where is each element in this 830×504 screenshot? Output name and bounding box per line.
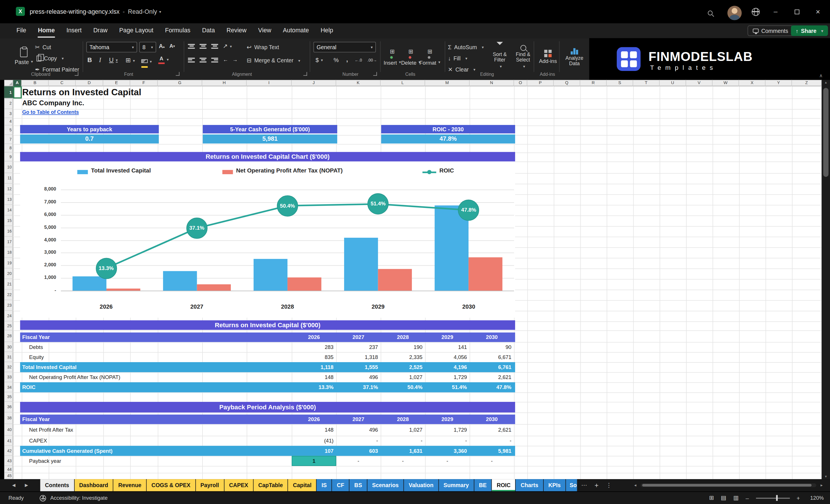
fill-button[interactable]: ↓Fill	[448, 54, 467, 63]
minimize-button[interactable]: –	[768, 0, 784, 23]
payback-year-cell[interactable]: 1	[292, 456, 336, 466]
row-header-3[interactable]: 3	[4, 109, 13, 118]
cell-value[interactable]: 141	[430, 342, 467, 352]
cell-value[interactable]: 90	[474, 342, 511, 352]
year-column-2028[interactable]: 2028	[381, 333, 425, 342]
cell-value[interactable]: 148	[296, 424, 334, 436]
align-middle-icon[interactable]	[200, 44, 206, 50]
row-header-38[interactable]: 38	[4, 412, 13, 424]
cut-button[interactable]: ✂Cut	[35, 42, 51, 52]
cell-value[interactable]: 51.4%	[430, 382, 467, 392]
clipboard-dialog-launcher[interactable]	[75, 72, 78, 76]
font-size-combo[interactable]: 8	[139, 42, 156, 52]
row-header-44[interactable]: 44	[4, 466, 13, 473]
cell-value[interactable]: 6,671	[474, 352, 511, 362]
year-column-2029[interactable]: 2029	[425, 333, 469, 342]
column-header-Y[interactable]: Y	[766, 80, 792, 86]
vertical-scrollbar[interactable]: ▴ ▾	[822, 80, 830, 479]
number-dialog-launcher[interactable]	[373, 72, 377, 76]
table-of-contents-link[interactable]: Go to Table of Contents	[22, 109, 79, 115]
menu-tab-help[interactable]: Help	[315, 23, 339, 38]
row-header-23[interactable]: 23	[4, 300, 13, 311]
column-header-H[interactable]: H	[202, 80, 247, 86]
cell-value[interactable]: 3,360	[430, 446, 467, 456]
row-header-28[interactable]: 28	[4, 330, 13, 342]
row-header-20[interactable]: 20	[4, 268, 13, 279]
cell-value[interactable]: 1,318	[341, 352, 378, 362]
font-color-button[interactable]: A	[158, 56, 169, 64]
column-header-T[interactable]: T	[633, 80, 660, 86]
font-name-combo[interactable]: Tahoma	[86, 42, 137, 52]
zoom-out-button[interactable]: –	[746, 495, 749, 501]
increase-decimal-button[interactable]: ←.0	[355, 58, 362, 63]
cell-value[interactable]: 283	[296, 342, 334, 352]
year-column-2026[interactable]: 2026	[292, 333, 336, 342]
cell-value[interactable]: 190	[386, 342, 423, 352]
year-column-2027[interactable]: 2027	[336, 414, 380, 424]
column-header-P[interactable]: P	[528, 80, 554, 86]
search-icon[interactable]	[708, 8, 713, 18]
sheet-tab-summary[interactable]: Summary	[439, 479, 474, 492]
zoom-level[interactable]: 120%	[807, 495, 824, 501]
table-row-net-profit-after-tax[interactable]: Net Profit After Tax1484961,0271,7292,62…	[20, 424, 515, 436]
cell-value[interactable]: 1,555	[341, 362, 378, 372]
horizontal-scrollbar[interactable]: ◂ ▸	[634, 479, 823, 492]
page-title[interactable]: Returns on Invested Capital	[22, 86, 141, 99]
share-button[interactable]: ↑ Share	[791, 26, 828, 36]
cell-value[interactable]: 50.4%	[386, 382, 423, 392]
cell-value[interactable]: 47.8%	[474, 382, 511, 392]
insert-cells-button[interactable]: ⊞Insert	[383, 41, 401, 72]
menu-tab-formulas[interactable]: Formulas	[159, 23, 196, 38]
cell-value[interactable]: 4,196	[430, 362, 467, 372]
row-header-31[interactable]: 31	[4, 352, 13, 362]
year-column-2028[interactable]: 2028	[381, 414, 425, 424]
cell-value[interactable]: -	[474, 436, 511, 446]
row-header-10[interactable]: 10	[4, 162, 13, 174]
row-header-4[interactable]: 4	[4, 118, 13, 126]
row-header-42[interactable]: 42	[4, 446, 13, 456]
row-header-33[interactable]: 33	[4, 372, 13, 382]
row-header-15[interactable]: 15	[4, 215, 13, 226]
cell-value[interactable]: 2,525	[386, 362, 423, 372]
column-header-A[interactable]: A	[13, 80, 22, 86]
menu-tab-file[interactable]: File	[10, 23, 32, 38]
menu-tab-insert[interactable]: Insert	[61, 23, 88, 38]
currency-button[interactable]: $	[316, 57, 323, 63]
row-header-30[interactable]: 30	[4, 342, 13, 352]
sheet-tab-is[interactable]: IS	[317, 479, 332, 492]
sheet-list-menu-button[interactable]: ⋮	[602, 479, 615, 492]
year-column-2030[interactable]: 2030	[470, 333, 514, 342]
italic-button[interactable]: I	[99, 56, 101, 64]
column-header-I[interactable]: I	[247, 80, 292, 86]
sheet-tab-revenue[interactable]: Revenue	[114, 479, 146, 492]
add-sheet-button[interactable]: +	[591, 479, 602, 492]
accessibility-status[interactable]: Accessibility: Investigate	[50, 495, 108, 501]
row-header-32[interactable]: 32	[4, 362, 13, 372]
paste-button[interactable]: Paste	[14, 41, 34, 71]
cell-value[interactable]: 4,056	[430, 352, 467, 362]
cell-value[interactable]: 2,621	[474, 372, 511, 382]
cell-value[interactable]: 5,981	[474, 446, 511, 456]
table-row-cumulative-cash-generated-spent-[interactable]: Cumulative Cash Generated (Spent)1076031…	[20, 446, 515, 456]
cell-value[interactable]: 496	[341, 424, 378, 436]
increase-font-icon[interactable]: A▴	[159, 43, 164, 49]
row-header-11[interactable]: 11	[4, 173, 13, 184]
menu-tab-automate[interactable]: Automate	[277, 23, 315, 38]
column-header-V[interactable]: V	[686, 80, 713, 86]
row-header-12[interactable]: 12	[4, 184, 13, 194]
page-layout-view-button[interactable]: ▤	[721, 495, 726, 501]
align-right-icon[interactable]	[211, 58, 218, 63]
menu-tab-review[interactable]: Review	[221, 23, 253, 38]
sheet-tab-so[interactable]: So	[566, 479, 577, 492]
read-only-badge[interactable]: Read-Only	[128, 8, 161, 15]
row-header-1[interactable]: 1	[4, 86, 13, 99]
cell-value[interactable]: 1,631	[386, 446, 423, 456]
column-header-M[interactable]: M	[425, 80, 469, 86]
scroll-down-icon[interactable]: ▾	[822, 474, 830, 478]
sheet-tab-capital[interactable]: Capital	[288, 479, 316, 492]
table-row-debts[interactable]: Debts28323719014190	[20, 342, 515, 352]
cell-value[interactable]: 1,729	[430, 424, 467, 436]
column-header-O[interactable]: O	[514, 80, 527, 86]
menu-tab-data[interactable]: Data	[196, 23, 221, 38]
comma-style-button[interactable]: ,	[346, 56, 348, 63]
